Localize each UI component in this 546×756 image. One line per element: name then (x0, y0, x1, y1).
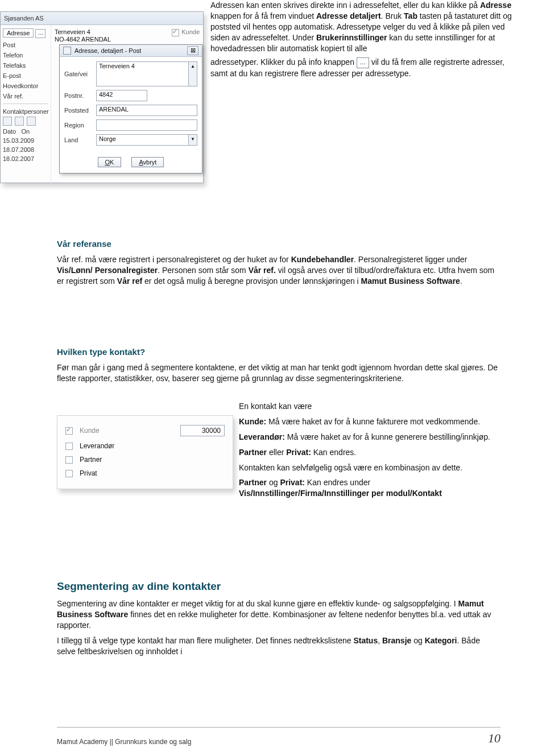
table-row: 15.03.2009 (3, 136, 48, 145)
contact-type-description: En kontakt kan være Kunde: Må være haket… (239, 401, 518, 503)
intro-addresse-text: Adressen kan enten skrives direkte inn i… (210, 0, 512, 82)
section-heading: Segmentering av dine kontakter (57, 580, 500, 593)
address-detail-dialog: Adresse, detaljert - Post ⊠ Gate/vei Ter… (59, 44, 202, 173)
nav-item[interactable]: Telefon (3, 50, 48, 60)
poststed-input[interactable]: ARENDAL (96, 105, 197, 116)
paragraph: Vår ref. må være registrert i personalre… (57, 254, 500, 287)
table-row: 18.07.2008 (3, 145, 48, 154)
land-select[interactable]: Norge (96, 134, 189, 146)
paragraph: Adressen kan enten skrives direkte inn i… (210, 0, 512, 53)
nav-item[interactable]: Post (3, 40, 48, 50)
checkbox-icon[interactable] (65, 443, 73, 450)
kunde-number: 30000 (180, 425, 225, 436)
partner-label: Partner (80, 456, 102, 464)
footer-text: Mamut Academy || Grunnkurs kunde og salg (57, 738, 191, 746)
chevron-down-icon[interactable]: ▼ (189, 134, 197, 146)
toolbar-icon[interactable] (27, 117, 36, 126)
checkbox-icon[interactable] (65, 456, 73, 464)
toolbar-icon[interactable] (3, 117, 12, 126)
left-panel: Adresse … Post Telefon Telefaks E-post H… (1, 25, 51, 183)
paragraph: I tillegg til å velge type kontakt har m… (57, 635, 500, 657)
field-label: Land (64, 137, 96, 143)
field-label: Region (64, 122, 96, 129)
field-label: Gate/vei (64, 71, 96, 77)
kunde-checkbox[interactable]: Kunde (172, 28, 200, 36)
nav-item[interactable]: Hovedkontor (3, 81, 48, 91)
dialog-title: Adresse, detaljert - Post (75, 47, 141, 54)
paragraph: Før man går i gang med å segmentere kont… (57, 362, 500, 384)
nav-item[interactable]: E-post (3, 71, 48, 81)
checkbox-icon[interactable] (65, 427, 73, 435)
toolbar-icon[interactable] (15, 117, 24, 126)
region-input[interactable] (96, 119, 197, 131)
page-footer: Mamut Academy || Grunnkurs kunde og salg… (57, 727, 500, 746)
leverandor-label: Leverandør (80, 442, 114, 450)
gate-input[interactable]: Terneveien 4 (96, 61, 189, 86)
info-button-icon: … (357, 57, 369, 68)
paragraph: adressetyper. Klikker du på info knappen… (210, 57, 512, 79)
field-label: Postnr. (64, 92, 96, 99)
checkbox-icon (172, 29, 179, 36)
more-icon[interactable]: … (35, 29, 46, 38)
table-row: 18.02.2007 (3, 154, 48, 163)
cancel-button[interactable]: Avbryt (131, 157, 164, 167)
nav-item[interactable]: Kontaktpersoner (3, 106, 48, 117)
privat-label: Privat (80, 469, 97, 477)
address-line: NO-4842 ARENDAL (55, 36, 200, 43)
dialog-icon (63, 47, 71, 55)
paragraph: Segmentering av dine kontakter er meget … (57, 598, 500, 631)
nav-item[interactable]: Telefaks (3, 60, 48, 71)
page-number: 10 (488, 731, 500, 746)
close-icon[interactable]: ⊠ (187, 46, 198, 55)
ok-button[interactable]: OK (98, 157, 122, 167)
app-screenshot: Sjøsanden AS Adresse … Post Telefon Tele… (0, 11, 204, 183)
kunde-label: Kunde (80, 427, 100, 435)
field-label: Poststed (64, 107, 96, 114)
contact-type-card: Kunde 30000 Leverandør Partner Privat (57, 415, 233, 489)
adresse-button[interactable]: Adresse (3, 28, 34, 38)
nav-item[interactable]: Vår ref. (3, 91, 48, 101)
section-heading: Hvilken type kontakt? (57, 347, 500, 357)
checkbox-icon[interactable] (65, 470, 73, 477)
section-heading: Vår referanse (57, 239, 500, 249)
postnr-input[interactable]: 4842 (96, 90, 147, 101)
window-title: Sjøsanden AS (1, 12, 203, 25)
chevron-up-icon[interactable]: ▲ (189, 61, 197, 86)
